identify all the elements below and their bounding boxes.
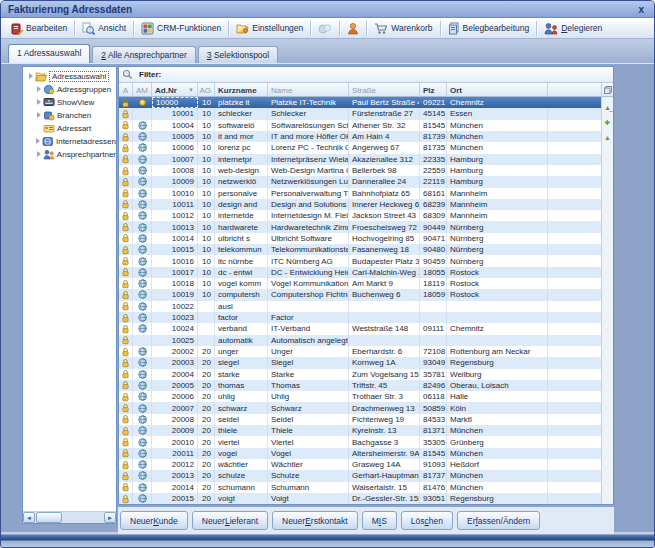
loeschen-button[interactable]: Löschen [401,511,453,530]
column-chooser-button[interactable] [602,83,613,97]
tree-root-adressauswahl[interactable]: Adressauswahl [27,70,116,83]
table-row[interactable]: 20006 20 uhlig Uhlig Trothaer Str. 3 061… [119,391,601,402]
scroll-left-button[interactable]: ◄ [23,512,35,523]
tree-item-ansprechpartner[interactable]: Ansprechpartner [35,148,116,161]
col-header-strasse[interactable]: Straße [349,83,420,97]
table-row[interactable]: 20005 20 thomas Thomas Triftstr. 45 8249… [119,380,601,391]
table-row[interactable]: 10004 10 softwarelö Softwarelösungen Sch… [119,120,601,131]
close-button[interactable]: x [635,4,647,15]
table-row[interactable]: 10013 10 hardwarete Hardwaretechnik Zimm… [119,221,601,232]
tree-item-adressart[interactable]: Adressart [35,122,116,135]
table-row[interactable]: 10006 10 lorenz pc Lorenz PC - Technik G… [119,142,601,153]
einstellungen-button[interactable]: Einstellungen [231,20,308,37]
cell-adnr: 10004 [152,120,198,131]
tree-horizontal-scrollbar[interactable]: ◄ ► [23,511,116,523]
scroll-right-button[interactable]: ► [104,512,116,523]
col-header-a[interactable]: A [119,83,133,97]
cell-adnr: 10023 [152,312,198,323]
delegieren-button[interactable]: Delegieren [539,20,607,37]
cell-filler [548,221,601,232]
internet-globe-icon [138,245,147,254]
filter-row[interactable]: Filter: [119,67,613,83]
table-row[interactable]: 10007 10 internetpr Internetpräsenz Wiel… [119,154,601,165]
expander-icon[interactable] [35,98,43,107]
table-row[interactable]: 10001 10 schlecker Schlecker Fürstenstra… [119,108,601,119]
crm-funktionen-button[interactable]: CRM-Funktionen [136,20,226,37]
cell-ort: Nürnberg [447,233,548,244]
table-row[interactable]: 20003 20 siegel Siegel Kornweg 1A 93049 … [119,357,601,368]
table-row[interactable]: 10022 ausl [119,301,601,312]
cell-ort: Essen [447,108,548,119]
warenkorb-button[interactable]: Warenkorb [369,20,437,37]
mis-button[interactable]: MIS [362,511,397,530]
tree-item-showview[interactable]: ShowView [35,96,116,109]
expander-icon[interactable] [27,72,35,81]
table-row[interactable]: 10016 10 itc nürnbe ITC Nürnberg AG Buda… [119,255,601,266]
scroll-thumb[interactable] [36,512,62,523]
cell-plz: 22335 [420,154,447,165]
table-row[interactable]: 20002 20 unger Unger Eberhardstr. 6 7210… [119,346,601,357]
scroll-add-marker-icon[interactable]: ✚ [605,120,611,126]
bearbeiten-button[interactable]: Bearbeiten [5,20,72,37]
neuer-erstkontakt-button[interactable]: Neuer Erstkontakt [272,511,358,530]
col-header-plz[interactable]: Plz [420,83,447,97]
table-row[interactable]: 10023 factor Factor [119,312,601,323]
internet-globe-icon [138,494,147,503]
cell-filler [548,255,601,266]
tree-item-internetadressen[interactable]: Internetadressen [35,135,116,148]
col-header-ag[interactable]: AG [198,83,215,97]
table-row[interactable]: 20011 20 vogel Vogel Altersheimerstr. 9A… [119,448,601,459]
scroll-top-marker-icon[interactable]: ▲̲ [604,105,611,111]
table-row[interactable]: 20010 20 viertel Viertel Bachgasse 3 353… [119,436,601,447]
table-row[interactable]: 10025 automatik Automatisch angelegt dur… [119,335,601,346]
table-row[interactable]: 10010 10 personalve Personalverwaltung T… [119,188,601,199]
expander-icon[interactable] [35,137,42,146]
col-header-name[interactable]: Name [268,83,349,97]
table-row[interactable]: 20007 20 schwarz Schwarz Drachmenweg 13 … [119,402,601,413]
table-row[interactable]: 10005 10 it and mor IT and more Höfler O… [119,131,601,142]
cell-strasse: Bahnhofplatz 65 [349,188,420,199]
table-row[interactable]: 10011 10 design and Design and Solutions… [119,199,601,210]
neuer-lieferant-button[interactable]: Neuer Lieferant [192,511,268,530]
history-button[interactable] [313,20,337,37]
cell-plz: 81371 [420,425,447,436]
cell-adnr: 10022 [152,301,198,312]
kontakt-button[interactable] [342,20,364,37]
tab-selektionspool[interactable]: 3 Selektionspool [198,46,278,63]
table-row[interactable]: 10014 10 ulbricht s Ulbricht Software Ho… [119,233,601,244]
table-row[interactable]: 20014 20 schumann Schumann Walsertalstr.… [119,482,601,493]
cell-strasse: Froescheisweg 72 [349,221,420,232]
table-row[interactable]: 10015 10 telekommun Telekommunikationste… [119,244,601,255]
tab-adressauswahl[interactable]: 1 Adressauswahl [8,44,90,63]
ansicht-button[interactable]: Ansicht [77,20,131,37]
table-row[interactable]: 10018 10 vogel komm Vogel Kommunikation … [119,278,601,289]
belegbearbeitung-button[interactable]: Belegbearbeitung [443,20,535,37]
table-row[interactable]: 20015 20 voigt Voigt Dr.-Gessler-Str. 15… [119,493,601,504]
table-row[interactable]: 20004 20 starke Starke Zum Vogelsang 15 … [119,369,601,380]
col-header-kurzname[interactable]: Kurzname [215,83,268,97]
tab-alle-ansprechpartner[interactable]: 2 Alle Ansprechpartner [92,46,196,63]
table-row[interactable]: 10000 10 platzke it Platzke IT-Technik P… [119,97,601,108]
table-row[interactable]: 10017 10 dc - entwi DC - Entwicklung Hei… [119,267,601,278]
scroll-up-marker-icon[interactable]: ▲ [604,135,611,141]
expander-icon[interactable] [35,111,43,120]
col-header-adnr[interactable]: Ad.Nr▼ [152,83,198,97]
table-row[interactable]: 20009 20 thiele Thiele Kyreinstr. 13 813… [119,425,601,436]
tree-item-adressgruppen[interactable]: Adressgruppen [35,83,116,96]
erfassen-aendern-button[interactable]: Erfassen/Ändern [457,511,540,530]
expander-icon[interactable] [35,85,43,94]
table-row[interactable]: 10012 10 internetde Internetdesign M. Fl… [119,210,601,221]
table-row[interactable]: 10019 10 computersh Computershop Fichtne… [119,289,601,300]
table-row[interactable]: 20008 20 seidel Seidel Fichtenweg 19 845… [119,414,601,425]
table-row[interactable]: 20013 20 schulze Schulze Gerhart-Hauptma… [119,470,601,481]
expander-icon[interactable] [35,150,43,159]
table-row[interactable]: 20012 20 wächtler Wächtler Grasweg 14A 9… [119,459,601,470]
table-row[interactable]: 10024 verband IT-Verband Weststraße 148 … [119,323,601,334]
table-row[interactable]: 10009 10 netzwerklö Netzwerklösungen Lut… [119,176,601,187]
neuer-kunde-button[interactable]: Neuer Kunde [120,511,188,530]
col-header-ort[interactable]: Ort [447,83,548,97]
cell-adnr: 10010 [152,188,198,199]
tree-item-branchen[interactable]: Branchen [35,109,116,122]
col-header-am[interactable]: AM [133,83,152,97]
table-row[interactable]: 10008 10 web-design Web-Design Martina G… [119,165,601,176]
